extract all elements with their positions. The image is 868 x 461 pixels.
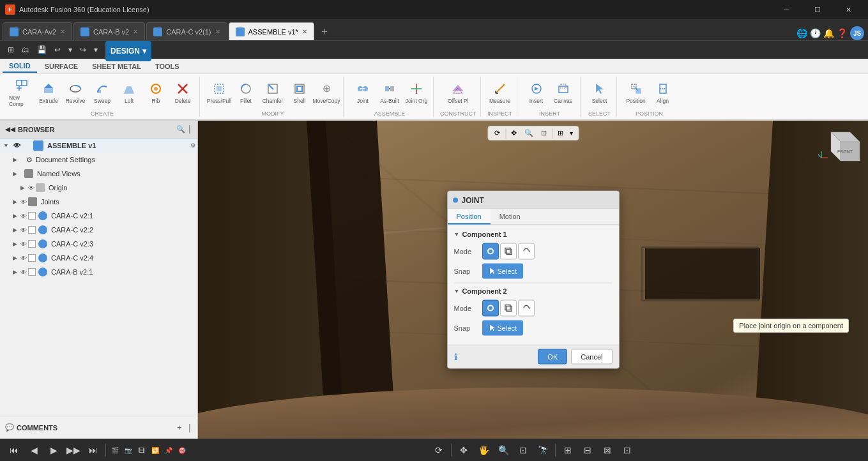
visibility-toggle-root[interactable]: 👁: [11, 140, 22, 151]
file-button[interactable]: 🗂: [19, 44, 32, 56]
browser-item-cara-c-v2-2[interactable]: ▶ 👁 CARA-C v2:2: [0, 223, 197, 237]
browser-item-named-views[interactable]: ▶ Named Views: [0, 167, 197, 181]
undo-dropdown[interactable]: ▾: [66, 44, 75, 56]
settings-assemble-root[interactable]: ⚙: [188, 141, 197, 150]
cancel-button[interactable]: Cancel: [571, 349, 612, 365]
redo-dropdown[interactable]: ▾: [91, 44, 100, 56]
rib-button[interactable]: Rib: [143, 79, 169, 108]
browser-item-doc-settings[interactable]: ▶ ⚙ Document Settings: [0, 153, 197, 167]
component1-header[interactable]: ▼ Component 1: [454, 230, 613, 238]
visibility-cara-c-v2-3[interactable]: 👁: [20, 241, 27, 248]
tab-bar-icon-1[interactable]: 🌐: [796, 28, 807, 38]
expand-origin[interactable]: ▶: [18, 183, 27, 192]
browser-item-cara-c-v2-4[interactable]: ▶ 👁 CARA-C v2:4: [0, 251, 197, 265]
select-btn-1[interactable]: Select: [587, 79, 613, 108]
mode-btn-2-flip[interactable]: [518, 300, 535, 317]
position-btn-1[interactable]: Position: [623, 79, 649, 108]
browser-collapse-icon[interactable]: ◀◀: [5, 126, 15, 133]
insert-btn-1[interactable]: Insert: [524, 79, 549, 108]
visibility-cara-c-v2-4[interactable]: 👁: [20, 255, 27, 262]
anim-btn-1[interactable]: 🎬: [109, 444, 121, 456]
select-button-1[interactable]: Select: [482, 264, 524, 279]
vp-nav-btn-2[interactable]: ✥: [455, 441, 473, 459]
expand-assemble-root[interactable]: ▾: [1, 141, 10, 150]
vp-nav-btn-4[interactable]: 🔍: [494, 441, 512, 459]
add-tab-button[interactable]: ＋: [316, 22, 333, 40]
visibility-origin[interactable]: 👁: [28, 185, 34, 192]
undo-button[interactable]: ↩: [52, 44, 63, 56]
view-cube[interactable]: FRONT: [818, 126, 863, 170]
nav-view-options[interactable]: ⊞: [555, 128, 566, 139]
minimize-button[interactable]: ─: [772, 0, 802, 19]
anim-btn-4[interactable]: 🔁: [149, 444, 161, 456]
ribbon-tab-surface[interactable]: SURFACE: [38, 61, 85, 72]
expand-cara-c-v2-4[interactable]: ▶: [10, 253, 19, 262]
playback-play[interactable]: ▶: [45, 441, 63, 459]
browser-item-joints[interactable]: ▶ 👁 Joints: [0, 195, 197, 209]
ok-button[interactable]: OK: [538, 349, 567, 365]
user-avatar[interactable]: JS: [850, 26, 864, 40]
tab-cara-cv2[interactable]: CARA-C v2(1) ✕: [146, 22, 227, 40]
comments-add-button[interactable]: ＋: [176, 423, 183, 432]
delete-button[interactable]: Delete: [170, 79, 195, 108]
position-btn-2[interactable]: Align: [650, 79, 676, 108]
grid-button[interactable]: ⊞: [5, 44, 17, 56]
joint-tab-position[interactable]: Position: [448, 209, 491, 225]
modify-btn-2[interactable]: Fillet: [233, 79, 259, 108]
modify-btn-3[interactable]: Chamfer: [260, 79, 286, 108]
modify-btn-1[interactable]: Press/Pull: [206, 79, 232, 108]
vp-zoom-out[interactable]: 🔭: [534, 441, 552, 459]
ribbon-tab-sheet-metal[interactable]: SHEET METAL: [86, 61, 148, 72]
browser-collapse-btn[interactable]: │: [188, 125, 192, 133]
tab-close-cara-cv2[interactable]: ✕: [215, 28, 220, 35]
visibility-cara-b-v2-1[interactable]: 👁: [20, 269, 27, 276]
expand-cara-c-v2-1[interactable]: ▶: [10, 211, 19, 220]
vp-view-btn-1[interactable]: ⊞: [559, 441, 577, 459]
sweep-button[interactable]: Sweep: [89, 79, 115, 108]
browser-item-cara-c-v2-3[interactable]: ▶ 👁 CARA-C v2:3: [0, 237, 197, 251]
anim-btn-2[interactable]: 📷: [123, 444, 134, 456]
checkbox-cara-c-v2-1[interactable]: [28, 212, 36, 220]
visibility-cara-c-v2-2[interactable]: 👁: [20, 227, 27, 234]
visibility-joints[interactable]: 👁: [20, 199, 27, 206]
ribbon-tab-solid[interactable]: SOLID: [3, 60, 37, 73]
browser-item-cara-b-v2-1[interactable]: ▶ 👁 CARA-B v2:1: [0, 265, 197, 279]
mode-btn-1-flip[interactable]: [518, 243, 535, 260]
vp-view-btn-2[interactable]: ⊟: [579, 441, 597, 459]
browser-item-origin[interactable]: ▶ 👁 Origin: [0, 181, 197, 195]
nav-dropdown-btn[interactable]: ▾: [568, 128, 574, 138]
ribbon-tab-tools[interactable]: TOOLS: [149, 61, 186, 72]
select-button-2[interactable]: Select: [482, 321, 524, 336]
component2-header[interactable]: ▼ Component 2: [454, 287, 613, 295]
modify-btn-4[interactable]: Shell: [287, 79, 312, 108]
checkbox-cara-c-v2-4[interactable]: [28, 254, 36, 262]
anim-btn-5[interactable]: 📌: [163, 444, 174, 456]
expand-cara-b-v2-1[interactable]: ▶: [10, 268, 19, 276]
vp-zoom-fit[interactable]: ⊡: [514, 441, 532, 459]
mode-btn-2-snap[interactable]: [482, 300, 499, 317]
vp-nav-btn-1[interactable]: ⟳: [430, 441, 448, 459]
close-button[interactable]: ✕: [834, 0, 863, 19]
inspect-btn-1[interactable]: Measure: [487, 79, 513, 108]
joint-tab-motion[interactable]: Motion: [491, 209, 529, 225]
design-workspace-button[interactable]: DESIGN ▾: [105, 41, 151, 61]
checkbox-cara-b-v2-1[interactable]: [28, 268, 36, 276]
tab-bar-icon-2[interactable]: 🕐: [810, 28, 821, 38]
modify-btn-5[interactable]: ⊕ Move/Copy: [314, 79, 339, 108]
loft-button[interactable]: Loft: [116, 79, 142, 108]
vp-view-btn-4[interactable]: ⊡: [618, 441, 636, 459]
nav-zoom-button[interactable]: 🔍: [522, 128, 536, 139]
tab-bar-icon-3[interactable]: 🔔: [823, 28, 834, 38]
nav-pan-button[interactable]: ✥: [508, 128, 519, 139]
as-built-joint-button[interactable]: As-Built: [377, 79, 402, 108]
tab-assemble-v1[interactable]: ASSEMBLE v1* ✕: [229, 22, 314, 40]
playback-last[interactable]: ⏭: [84, 441, 102, 459]
vp-nav-btn-3[interactable]: 🖐: [475, 441, 492, 459]
nav-orbit-button[interactable]: ⟳: [492, 128, 503, 139]
anim-btn-6[interactable]: 🎯: [176, 444, 188, 456]
checkbox-cara-c-v2-2[interactable]: [28, 226, 36, 234]
browser-item-assemble-root[interactable]: ▾ 👁 ASSEMBLE v1 ⚙: [0, 139, 197, 153]
expand-cara-c-v2-2[interactable]: ▶: [10, 225, 19, 234]
checkbox-cara-c-v2-3[interactable]: [28, 240, 36, 248]
tab-close-cara-bv2[interactable]: ✕: [133, 28, 138, 35]
